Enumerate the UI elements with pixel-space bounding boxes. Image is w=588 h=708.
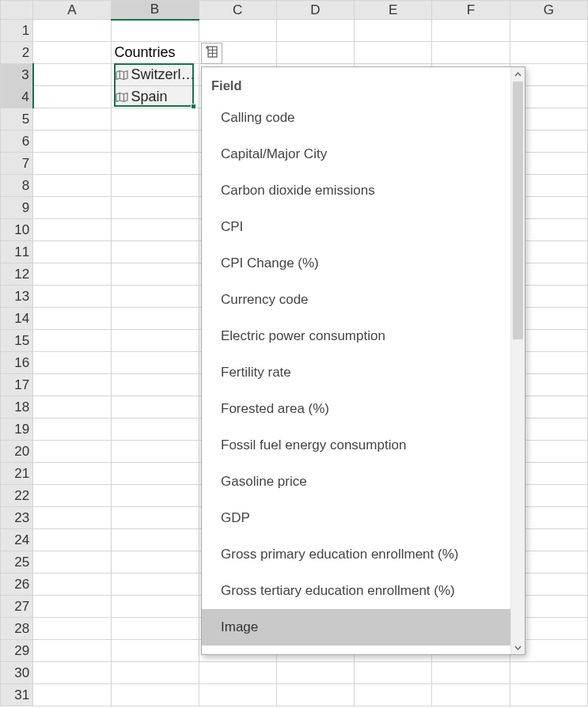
row-header-19[interactable]: 19 <box>1 418 33 441</box>
field-menu-scrollbar[interactable] <box>510 67 525 654</box>
cell-B25[interactable] <box>111 551 199 574</box>
row-header-23[interactable]: 23 <box>1 507 33 529</box>
row-header-29[interactable]: 29 <box>1 640 33 662</box>
cell-D31[interactable] <box>276 684 354 706</box>
row-header-24[interactable]: 24 <box>1 529 33 551</box>
cell-C30[interactable] <box>199 662 276 684</box>
row-header-15[interactable]: 15 <box>1 330 33 352</box>
field-item[interactable]: Gross tertiary education enrollment (%) <box>202 573 510 609</box>
cell-B11[interactable] <box>111 241 199 263</box>
cell-F31[interactable] <box>432 684 510 706</box>
row-header-18[interactable]: 18 <box>1 396 33 418</box>
cell-B1[interactable] <box>111 20 199 42</box>
cell-B9[interactable] <box>111 197 199 219</box>
cell-A12[interactable] <box>33 263 111 286</box>
cell-G2[interactable] <box>510 42 587 64</box>
cell-F2[interactable] <box>432 42 510 64</box>
column-header-F[interactable]: F <box>432 1 510 20</box>
row-header-12[interactable]: 12 <box>1 263 33 286</box>
cell-G31[interactable] <box>510 684 587 706</box>
row-header-1[interactable]: 1 <box>1 20 33 42</box>
cell-E30[interactable] <box>355 662 432 684</box>
cell-B29[interactable] <box>111 640 199 662</box>
cell-A29[interactable] <box>33 640 111 662</box>
cell-E2[interactable] <box>355 42 432 64</box>
row-header-22[interactable]: 22 <box>1 485 33 507</box>
cell-B27[interactable] <box>111 596 199 618</box>
field-item[interactable]: Currency code <box>202 282 510 318</box>
column-header-D[interactable]: D <box>276 1 354 20</box>
cell-B20[interactable] <box>111 441 199 463</box>
column-header-A[interactable]: A <box>33 1 111 20</box>
select-all-corner[interactable] <box>1 1 33 20</box>
row-header-7[interactable]: 7 <box>1 153 33 175</box>
fill-handle[interactable] <box>191 104 196 109</box>
cell-F30[interactable] <box>432 662 510 684</box>
cell-B10[interactable] <box>111 219 199 241</box>
column-header-E[interactable]: E <box>355 1 432 20</box>
cell-A1[interactable] <box>33 20 111 42</box>
row-header-30[interactable]: 30 <box>1 662 33 684</box>
cell-B16[interactable] <box>111 352 199 374</box>
cell-B24[interactable] <box>111 529 199 551</box>
row-header-31[interactable]: 31 <box>1 684 33 706</box>
cell-A10[interactable] <box>33 219 111 241</box>
cell-B28[interactable] <box>111 618 199 640</box>
field-item[interactable]: Image <box>202 609 510 646</box>
cell-B17[interactable] <box>111 374 199 396</box>
cell-B30[interactable] <box>111 662 199 684</box>
cell-A19[interactable] <box>33 418 111 441</box>
cell-B22[interactable] <box>111 485 199 507</box>
cell-A2[interactable] <box>33 42 111 64</box>
cell-D1[interactable] <box>276 20 354 42</box>
cell-A18[interactable] <box>33 396 111 418</box>
cell-A6[interactable] <box>33 131 111 153</box>
field-item[interactable]: Fertility rate <box>202 354 510 391</box>
cell-C1[interactable] <box>199 20 276 42</box>
cell-A21[interactable] <box>33 463 111 485</box>
field-item[interactable]: Gasoline price <box>202 464 510 500</box>
cell-B5[interactable] <box>111 108 199 131</box>
row-header-10[interactable]: 10 <box>1 219 33 241</box>
field-item[interactable]: Capital/Major City <box>202 136 510 172</box>
cell-B7[interactable] <box>111 153 199 175</box>
cell-A25[interactable] <box>33 551 111 574</box>
cell-B21[interactable] <box>111 463 199 485</box>
field-item[interactable]: Gross primary education enrollment (%) <box>202 536 510 573</box>
field-item[interactable]: Electric power consumption <box>202 318 510 354</box>
cell-A17[interactable] <box>33 374 111 396</box>
cell-A14[interactable] <box>33 308 111 330</box>
row-header-14[interactable]: 14 <box>1 308 33 330</box>
cell-E31[interactable] <box>355 684 432 706</box>
cell-A8[interactable] <box>33 175 111 197</box>
column-header-G[interactable]: G <box>510 1 587 20</box>
scroll-thumb[interactable] <box>513 81 523 339</box>
cell-A22[interactable] <box>33 485 111 507</box>
cell-E1[interactable] <box>355 20 432 42</box>
cell-B23[interactable] <box>111 507 199 529</box>
cell-A30[interactable] <box>33 662 111 684</box>
cell-A24[interactable] <box>33 529 111 551</box>
cell-A16[interactable] <box>33 352 111 374</box>
cell-A15[interactable] <box>33 330 111 352</box>
cell-B18[interactable] <box>111 396 199 418</box>
row-header-8[interactable]: 8 <box>1 175 33 197</box>
cell-A26[interactable] <box>33 574 111 596</box>
data-type-field-menu[interactable]: Field Calling codeCapital/Major CityCarb… <box>201 66 525 655</box>
field-item[interactable]: CPI Change (%) <box>202 245 510 282</box>
cell-B2[interactable]: Countries <box>111 42 199 64</box>
cell-B26[interactable] <box>111 574 199 596</box>
cell-B14[interactable] <box>111 308 199 330</box>
cell-A4[interactable] <box>33 86 111 108</box>
cell-G30[interactable] <box>510 662 587 684</box>
cell-G1[interactable] <box>510 20 587 42</box>
cell-B19[interactable] <box>111 418 199 441</box>
field-item[interactable]: Fossil fuel energy consumption <box>202 427 510 464</box>
cell-B15[interactable] <box>111 330 199 352</box>
cell-B3[interactable]: Switzerl… <box>111 64 199 86</box>
scroll-down-arrow[interactable] <box>511 640 525 654</box>
cell-A9[interactable] <box>33 197 111 219</box>
row-header-13[interactable]: 13 <box>1 286 33 308</box>
cell-B4[interactable]: Spain <box>111 86 199 108</box>
row-header-5[interactable]: 5 <box>1 108 33 131</box>
